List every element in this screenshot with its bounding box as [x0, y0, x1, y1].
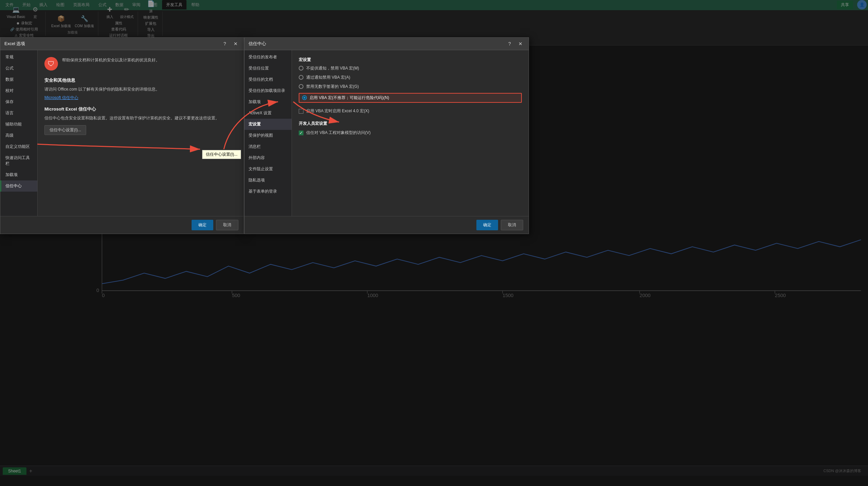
dev-macro-title: 开发人员宏设置 [299, 121, 522, 127]
radio-1 [299, 75, 303, 80]
dev-macro-section: 开发人员宏设置 ✓ 信任对 VBA 工程对象模型的访问(V) [299, 121, 522, 136]
trust-center-cancel-button[interactable]: 取消 [501, 220, 523, 230]
sidebar-trust-center[interactable]: 信任中心 [0, 180, 37, 192]
sidebar-formulas[interactable]: 公式 [0, 63, 37, 74]
excel-trust-center-heading: Microsoft Excel 信任中心 [44, 106, 237, 112]
excel-options-footer: 确定 取消 [0, 216, 244, 234]
sidebar-proofing[interactable]: 校对 [0, 85, 37, 96]
nav-trusted-locations[interactable]: 受信任位置 [244, 63, 292, 74]
excel40-macro-label: 启用 VBA 宏时启用 Excel 4.0 宏(X) [306, 108, 369, 114]
vba-object-model-label: 信任对 VBA 工程对象模型的访问(V) [306, 130, 371, 136]
trust-center-tooltip: 信任中心设置(I)... [202, 150, 241, 159]
sidebar-general[interactable]: 常规 [0, 52, 37, 63]
sidebar-accessibility[interactable]: 辅助功能 [0, 119, 37, 130]
macro-option-0[interactable]: 不提供通知，禁用 VBA 宏(M) [299, 65, 522, 71]
trust-center-dialog: 信任中心 ? ✕ 受信任的发布者 受信任位置 受信任的文档 受信任的加载项目录 … [244, 37, 529, 234]
radio-0 [299, 66, 303, 71]
nav-privacy[interactable]: 隐私选项 [244, 175, 292, 186]
nav-form-login[interactable]: 基于表单的登录 [244, 186, 292, 197]
nav-protected-view[interactable]: 受保护的视图 [244, 130, 292, 141]
sidebar-customize-ribbon[interactable]: 自定义功能区 [0, 141, 37, 152]
vba-object-model-checkbox: ✓ [299, 131, 303, 135]
vba-object-model-checkbox-item[interactable]: ✓ 信任对 VBA 工程对象模型的访问(V) [299, 130, 522, 136]
excel-options-help-button[interactable]: ? [221, 40, 229, 48]
excel40-macro-checkbox [299, 109, 303, 114]
macro-option-1-label: 通过通知禁用 VBA 宏(A) [306, 75, 350, 80]
nav-external-content[interactable]: 外部内容 [244, 152, 292, 163]
nav-trusted-publishers[interactable]: 受信任的发布者 [244, 52, 292, 63]
nav-activex[interactable]: ActiveX 设置 [244, 108, 292, 119]
nav-macro-settings[interactable]: 宏设置 [244, 119, 292, 130]
excel40-macro-checkbox-item[interactable]: 启用 VBA 宏时启用 Excel 4.0 宏(X) [299, 108, 522, 114]
macro-option-2[interactable]: 禁用无数字签署的 VBA 宏(G) [299, 84, 522, 90]
trust-center-ok-button[interactable]: 确定 [476, 220, 498, 230]
excel-options-title: Excel 选项 [4, 41, 25, 47]
macro-option-1[interactable]: 通过通知禁用 VBA 宏(A) [299, 75, 522, 80]
microsoft-trust-center-link[interactable]: Microsoft 信任中心 [44, 95, 78, 100]
nav-trusted-documents[interactable]: 受信任的文档 [244, 74, 292, 85]
security-info-heading: 安全和其他信息 [44, 77, 237, 83]
trust-center-nav: 受信任的发布者 受信任位置 受信任的文档 受信任的加载项目录 加载项 Activ… [244, 50, 292, 216]
tooltip-text: 信任中心设置(I)... [206, 152, 237, 157]
trust-center-heading: 帮助保持文档和计算机的安全以及计算机的状况良好。 [62, 57, 160, 63]
trust-center-settings-button[interactable]: 信任中心设置(I)... [44, 125, 86, 135]
trust-center-close-button[interactable]: ✕ [516, 40, 525, 48]
sidebar-data[interactable]: 数据 [0, 74, 37, 85]
trust-center-footer: 确定 取消 [244, 216, 529, 234]
trust-center-help-button[interactable]: ? [506, 40, 514, 48]
macro-option-0-label: 不提供通知，禁用 VBA 宏(M) [306, 65, 359, 71]
trust-center-title: 信任中心 [249, 41, 266, 47]
excel-options-sidebar: 常规 公式 数据 校对 保存 语言 辅助功能 高级 自定义功能区 快速访问工具栏… [0, 50, 38, 216]
security-info-text: 请访问 Office.com 以了解有关保护你的隐私和安全的详细信息。 [44, 86, 237, 92]
excel-options-body: 常规 公式 数据 校对 保存 语言 辅助功能 高级 自定义功能区 快速访问工具栏… [0, 50, 244, 216]
trust-center-title-bar: 信任中心 ? ✕ [244, 38, 529, 50]
excel-options-dialog: Excel 选项 ? ✕ 常规 公式 数据 校对 保存 语言 辅助功能 高级 自… [0, 37, 244, 234]
radio-2 [299, 84, 303, 89]
security-shield-icon: 🛡 [44, 57, 58, 71]
sidebar-save[interactable]: 保存 [0, 96, 37, 108]
sidebar-advanced[interactable]: 高级 [0, 130, 37, 141]
nav-message-bar[interactable]: 消息栏 [244, 141, 292, 152]
excel-options-close-button[interactable]: ✕ [232, 40, 240, 48]
macro-option-3[interactable]: 启用 VBA 宏(不推荐；可能运行危险代码)(N) [299, 93, 522, 103]
macro-option-2-label: 禁用无数字签署的 VBA 宏(G) [306, 84, 359, 90]
sidebar-addins[interactable]: 加载项 [0, 169, 37, 180]
excel-options-controls: ? ✕ [221, 40, 240, 48]
sidebar-language[interactable]: 语言 [0, 108, 37, 119]
excel-options-ok-button[interactable]: 确定 [192, 220, 213, 230]
nav-file-block[interactable]: 文件阻止设置 [244, 163, 292, 175]
trust-center-body: 受信任的发布者 受信任位置 受信任的文档 受信任的加载项目录 加载项 Activ… [244, 50, 529, 216]
nav-addins[interactable]: 加载项 [244, 96, 292, 108]
trust-center-controls: ? ✕ [506, 40, 525, 48]
macro-settings-area: 宏设置 不提供通知，禁用 VBA 宏(M) 通过通知禁用 VBA 宏(A) 禁用… [292, 50, 529, 216]
macro-radio-group: 不提供通知，禁用 VBA 宏(M) 通过通知禁用 VBA 宏(A) 禁用无数字签… [299, 65, 522, 103]
radio-3 [302, 95, 307, 100]
macro-option-3-label: 启用 VBA 宏(不推荐；可能运行危险代码)(N) [310, 95, 389, 101]
sidebar-quick-access[interactable]: 快速访问工具栏 [0, 152, 37, 169]
excel-options-main: 🛡 帮助保持文档和计算机的安全以及计算机的状况良好。 安全和其他信息 请访问 O… [38, 50, 244, 216]
nav-trusted-addins-catalog[interactable]: 受信任的加载项目录 [244, 85, 292, 96]
excel-options-title-bar: Excel 选项 ? ✕ [0, 38, 244, 50]
excel-trust-center-text: 信任中心包含安全设置和隐私设置。这些设置有助于保护计算机的安全。建议不要更改这些… [44, 115, 237, 121]
macro-settings-title: 宏设置 [299, 57, 522, 63]
excel-options-cancel-button[interactable]: 取消 [216, 220, 238, 230]
